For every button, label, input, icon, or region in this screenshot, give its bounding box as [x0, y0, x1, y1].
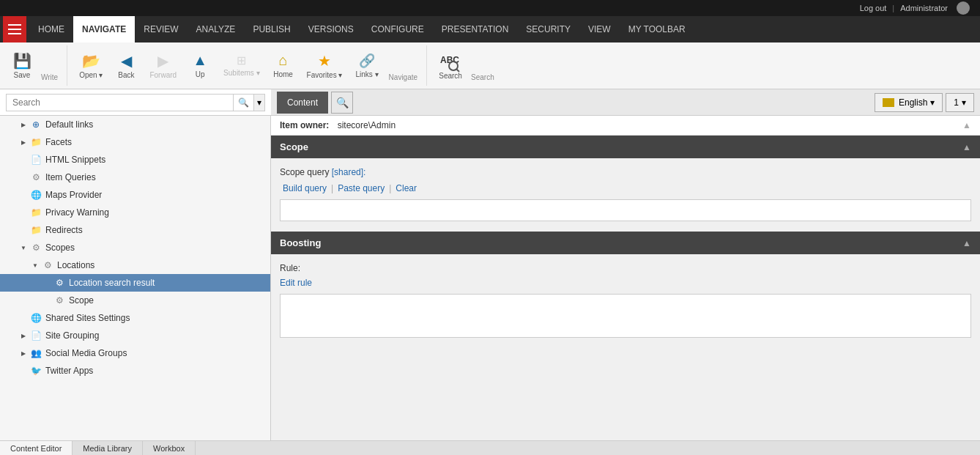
subitems-button[interactable]: ⊞ Subitems ▾	[218, 47, 265, 85]
nav-view[interactable]: VIEW	[579, 16, 620, 42]
gear-icon-scopes: ⚙	[29, 241, 42, 254]
content-area: Item owner: sitecore\Admin ▲ Scope ▲ Sco…	[271, 116, 980, 440]
tree-toggle-default-links[interactable]: ▶	[18, 119, 29, 130]
bottom-tab-workbox[interactable]: Workbox	[143, 441, 196, 456]
hamburger-button[interactable]	[3, 16, 26, 42]
open-button[interactable]: 📂 Open ▾	[73, 47, 108, 85]
clear-link[interactable]: Clear	[393, 183, 420, 193]
gear-icon-location-search-result: ⚙	[53, 276, 66, 289]
nav-navigate[interactable]: NAVIGATE	[73, 16, 135, 42]
content-tab[interactable]: Content	[277, 92, 328, 114]
tree-item-site-grouping[interactable]: ▶ 📄 Site Grouping	[0, 327, 270, 344]
language-label: English	[899, 97, 927, 108]
nav-home[interactable]: HOME	[29, 16, 73, 42]
search-execute-button[interactable]: 🔍	[234, 94, 254, 111]
up-icon: ▲	[193, 52, 207, 69]
back-icon: ◀	[121, 52, 132, 70]
search-icon: 🔍	[238, 97, 249, 108]
nav-publish[interactable]: PUBLISH	[244, 16, 299, 42]
users-icon: 👥	[29, 347, 42, 360]
favorites-button[interactable]: ★ Favorites ▾	[301, 47, 349, 85]
page-selector[interactable]: 1 ▾	[946, 93, 974, 112]
bottom-tab-media-library[interactable]: Media Library	[73, 441, 143, 456]
boosting-section-header[interactable]: Boosting ▲	[271, 232, 980, 254]
tree-item-maps-provider[interactable]: 🌐 Maps Provider	[0, 186, 270, 204]
links-button[interactable]: 🔗 Links ▾	[349, 47, 384, 85]
language-chevron-icon: ▾	[930, 97, 935, 108]
nav-analyze[interactable]: ANALYZE	[188, 16, 245, 42]
nav-configure[interactable]: CONFIGURE	[363, 16, 433, 42]
tree-item-default-links[interactable]: ▶ ⊕ Default links	[0, 116, 270, 133]
tree-item-facets[interactable]: ▶ 📁 Facets	[0, 133, 270, 151]
boosting-collapse-icon[interactable]: ▲	[962, 238, 971, 248]
scope-divider-2: |	[389, 183, 391, 193]
language-flag-icon	[883, 98, 894, 107]
tree-item-twitter-apps[interactable]: 🐦 Twitter Apps	[0, 362, 270, 380]
tree-item-scopes[interactable]: ▼ ⚙ Scopes	[0, 239, 270, 256]
search-options-dropdown[interactable]: ▾	[254, 94, 265, 111]
html-doc-icon: 📄	[29, 153, 42, 166]
forward-button[interactable]: ▶ Forward	[144, 47, 182, 85]
tree-item-social-media-groups[interactable]: ▶ 👥 Social Media Groups	[0, 344, 270, 362]
tree-label-shared-sites-settings: Shared Sites Settings	[45, 313, 130, 323]
separator: |	[892, 4, 894, 12]
tree-item-item-queries[interactable]: ⚙ Item Queries	[0, 169, 270, 186]
tree-label-scopes: Scopes	[45, 243, 75, 253]
avatar	[957, 1, 970, 15]
nav-security[interactable]: SECURITY	[517, 16, 579, 42]
bottom-tabs: Content Editor Media Library Workbox	[0, 440, 980, 455]
tree-item-privacy-warning[interactable]: 📁 Privacy Warning	[0, 204, 270, 221]
rule-label: Rule:	[280, 263, 971, 273]
nav-presentation[interactable]: PRESENTATION	[433, 16, 518, 42]
edit-rule-link[interactable]: Edit rule	[280, 278, 971, 288]
save-button[interactable]: 💾 Save	[6, 47, 38, 85]
tree-item-shared-sites-settings[interactable]: 🌐 Shared Sites Settings	[0, 309, 270, 327]
back-button[interactable]: ◀ Back	[110, 47, 142, 85]
language-selector[interactable]: English ▾	[875, 93, 943, 112]
toolbar: 💾 Save Write 📂 Open ▾ ◀ Back ▶ Forward ▲…	[0, 42, 980, 89]
tree-toggle-social-media-groups[interactable]: ▶	[18, 347, 29, 359]
search-button[interactable]: ABC Search	[433, 47, 468, 85]
nav-review[interactable]: REVIEW	[135, 16, 187, 42]
tree-item-html-snippets[interactable]: ▶ 📄 HTML Snippets	[0, 151, 270, 169]
tree-label-facets: Facets	[45, 137, 72, 147]
tree-toggle-facets[interactable]: ▶	[18, 136, 29, 148]
page-label: 1	[954, 97, 959, 108]
build-query-link[interactable]: Build query	[280, 183, 330, 193]
logout-link[interactable]: Log out	[860, 4, 887, 12]
content-body: Item owner: sitecore\Admin ▲ Scope ▲ Sco…	[271, 116, 980, 440]
scope-section-body: Scope query [shared]: Build query | Past…	[271, 158, 980, 230]
bottom-tab-content-editor[interactable]: Content Editor	[0, 441, 73, 456]
save-icon: 💾	[13, 52, 31, 70]
home-icon: ⌂	[279, 52, 288, 69]
username: Administrator	[900, 4, 948, 12]
nav-my-toolbar[interactable]: MY TOOLBAR	[620, 16, 694, 42]
tree-item-locations[interactable]: ▼ ⚙ Locations	[0, 256, 270, 274]
nav-versions[interactable]: VERSIONS	[300, 16, 363, 42]
up-button[interactable]: ▲ Up	[184, 47, 216, 85]
scope-section-header[interactable]: Scope ▲	[271, 136, 980, 158]
home-button[interactable]: ⌂ Home	[267, 47, 300, 85]
gear-icon-locations: ⚙	[41, 259, 54, 272]
tree-item-scope[interactable]: ⚙ Scope	[0, 292, 270, 309]
rule-textarea[interactable]	[280, 294, 971, 338]
boosting-section: Boosting ▲ Rule: Edit rule	[271, 232, 980, 349]
collapse-owner-icon[interactable]: ▲	[962, 120, 971, 130]
scope-query-input[interactable]	[280, 199, 971, 221]
paste-query-link[interactable]: Paste query	[335, 183, 387, 193]
boosting-section-body: Rule: Edit rule	[271, 254, 980, 349]
tree-item-location-search-result[interactable]: ⚙ Location search result	[0, 274, 270, 292]
tree-item-redirects[interactable]: 📁 Redirects	[0, 221, 270, 239]
tree-label-privacy-warning: Privacy Warning	[45, 207, 109, 218]
search-tab-icon: 🔍	[336, 97, 349, 108]
tree-toggle-locations[interactable]: ▼	[29, 259, 41, 271]
tree-label-locations: Locations	[57, 260, 94, 270]
tree-toggle-site-grouping[interactable]: ▶	[18, 330, 29, 341]
scope-collapse-icon[interactable]: ▲	[962, 142, 971, 152]
content-search-tab[interactable]: 🔍	[331, 92, 353, 114]
doc-icon-site-grouping: 📄	[29, 329, 42, 342]
tree-toggle-scopes[interactable]: ▼	[18, 242, 29, 254]
search-input[interactable]	[6, 94, 234, 111]
world-icon-shared: 🌐	[29, 311, 42, 325]
link-icon: ⊕	[29, 118, 42, 131]
